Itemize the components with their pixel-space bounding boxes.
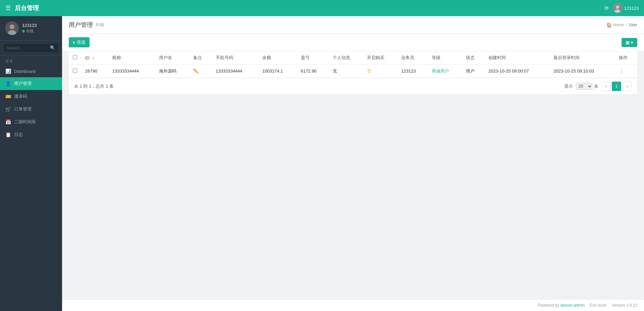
sidebar-user-section: 123123 在线	[0, 16, 62, 41]
row-note: ✏️	[189, 64, 212, 78]
breadcrumb-home-link[interactable]: Home	[613, 23, 624, 27]
filter-button[interactable]: ▾ 筛选	[69, 37, 90, 47]
sidebar-item-order-management[interactable]: 🛒 订单管理	[0, 103, 62, 116]
sidebar-item-user-management[interactable]: 👤 用户管理	[0, 77, 62, 90]
page-1-button[interactable]: 1	[612, 82, 621, 91]
note-edit-icon[interactable]: ✏️	[193, 69, 199, 74]
row-open-purchase: 否	[363, 64, 397, 78]
view-icon: ▦	[626, 40, 630, 45]
breadcrumb: 🏠 Home » User	[606, 23, 637, 28]
header-status: 状态	[462, 51, 484, 64]
order-management-icon: 🛒	[5, 106, 11, 112]
sidebar-item-label-logs: 日志	[14, 132, 23, 138]
next-page-button[interactable]: ›	[623, 82, 632, 91]
row-status: 用户	[462, 64, 484, 78]
header-username: 用户名	[155, 51, 189, 64]
header-note: 备注	[189, 51, 212, 64]
toolbar: ▾ 筛选 ▦ ▾	[62, 34, 644, 51]
app-title: 后台管理	[15, 4, 39, 12]
row-balance: 1003174.1	[258, 64, 297, 78]
sidebar-section-label: 菜单	[0, 55, 62, 65]
main-content: ID ⇅ 昵称 用户名 备注 手机号码 余额 盈亏 个人信息 开启购买 业务员	[62, 51, 644, 299]
sidebar-item-logs[interactable]: 📋 日志	[0, 128, 62, 141]
more-actions-icon[interactable]: ⋮	[619, 68, 624, 74]
header-right: ⟳ 123123	[604, 3, 639, 13]
row-nickname: 13333334444	[108, 64, 155, 78]
footer-powered-link[interactable]: laravel-admin	[560, 303, 585, 308]
user-table: ID ⇅ 昵称 用户名 备注 手机号码 余额 盈亏 个人信息 开启购买 业务员	[69, 51, 637, 78]
row-username: 海外源码	[155, 64, 189, 78]
header-id-label: ID	[85, 55, 90, 60]
svg-point-1	[616, 5, 619, 9]
sidebar-username: 123123	[22, 23, 37, 28]
filter-label: 筛选	[77, 39, 86, 45]
row-checkbox[interactable]	[73, 69, 77, 73]
page-size-select[interactable]: 10 20 50 100	[576, 83, 593, 90]
pagination-controls: 显示 10 20 50 100 条 ‹ 1 ›	[564, 82, 632, 91]
sidebar-avatar	[5, 21, 19, 35]
sidebar-item-dashboard[interactable]: 📊 Dashboard	[0, 65, 62, 77]
header-profit-loss: 盈亏	[297, 51, 329, 64]
table-row: 26790 13333334444 海外源码 ✏️ 13333334444 10…	[69, 64, 637, 78]
header-open-purchase: 开启购买	[363, 51, 397, 64]
header-left: ☰ 后台管理	[5, 4, 39, 12]
main-layout: 123123 在线 🔍 菜单 📊 Dashboard 👤 用户管理	[0, 16, 644, 311]
pagination-bar: 从 1 到 1，总共 1 条 显示 10 20 50 100 条 ‹ 1 ›	[69, 78, 637, 94]
row-actions: ⋮	[615, 64, 637, 78]
header-level: 等级	[428, 51, 462, 64]
sidebar-item-invite-code[interactable]: 🎫 邀请码	[0, 90, 62, 103]
view-dropdown-arrow: ▾	[631, 40, 633, 45]
user-management-icon: 👤	[5, 81, 11, 86]
open-purchase-link[interactable]: 否	[367, 69, 371, 74]
status-dot	[22, 30, 25, 33]
sidebar-user-info: 123123 在线	[22, 23, 37, 34]
prev-page-button[interactable]: ‹	[601, 82, 610, 91]
sidebar-item-label-invite-code: 邀请码	[14, 93, 27, 99]
select-all-checkbox[interactable]	[73, 55, 77, 59]
top-header: ☰ 后台管理 ⟳ 123123	[0, 0, 644, 16]
header-checkbox-cell	[69, 51, 81, 64]
sidebar-item-secondary-period[interactable]: 📅 二级时间段	[0, 116, 62, 128]
row-salesman: 123123	[397, 64, 428, 78]
header-created-at: 创建时间	[484, 51, 549, 64]
header-id[interactable]: ID ⇅	[81, 51, 108, 64]
svg-point-4	[10, 25, 14, 29]
secondary-period-icon: 📅	[5, 119, 11, 125]
search-input[interactable]	[7, 46, 48, 50]
row-last-login: 2023-10-25 09:10:03	[549, 64, 614, 78]
row-created-at: 2023-10-25 09:00:07	[484, 64, 549, 78]
footer-powered-text: Powered by	[538, 303, 560, 308]
sidebar-item-label-dashboard: Dashboard	[14, 69, 36, 74]
breadcrumb-current: User	[629, 23, 637, 27]
row-id: 26790	[81, 64, 108, 78]
header-last-login: 最后登录时间	[549, 51, 614, 64]
footer-right: Powered by laravel-admin Env local Versi…	[538, 303, 637, 308]
sidebar-item-label-user-management: 用户管理	[14, 81, 32, 87]
page-title: 用户管理	[69, 21, 93, 29]
level-link[interactable]: 商城用户	[432, 69, 449, 74]
page-title-area: 用户管理 列表	[69, 21, 104, 29]
sidebar-item-label-order-management: 订单管理	[14, 106, 32, 112]
header-nickname: 昵称	[108, 51, 155, 64]
dashboard-icon: 📊	[5, 69, 11, 74]
footer: Powered by laravel-admin Env local Versi…	[62, 299, 644, 311]
search-wrapper: 🔍	[4, 44, 58, 52]
hamburger-icon[interactable]: ☰	[5, 4, 11, 12]
row-phone: 13333334444	[212, 64, 258, 78]
table-header-row: ID ⇅ 昵称 用户名 备注 手机号码 余额 盈亏 个人信息 开启购买 业务员	[69, 51, 637, 64]
footer-env: Env local	[590, 303, 606, 308]
view-button[interactable]: ▦ ▾	[622, 38, 637, 47]
breadcrumb-separator: »	[625, 23, 628, 27]
sidebar-search: 🔍	[0, 41, 62, 55]
header-username: 123123	[624, 6, 639, 11]
user-info[interactable]: 123123	[613, 3, 639, 13]
page-header: 用户管理 列表 🏠 Home » User	[62, 16, 644, 34]
breadcrumb-home-icon: 🏠	[606, 23, 612, 28]
refresh-icon[interactable]: ⟳	[604, 5, 609, 11]
header-balance: 余额	[258, 51, 297, 64]
invite-code-icon: 🎫	[5, 94, 11, 99]
filter-icon: ▾	[73, 40, 75, 45]
sort-arrows-icon: ⇅	[92, 56, 95, 60]
avatar	[613, 3, 622, 13]
row-profit-loss: 6172.90	[297, 64, 329, 78]
